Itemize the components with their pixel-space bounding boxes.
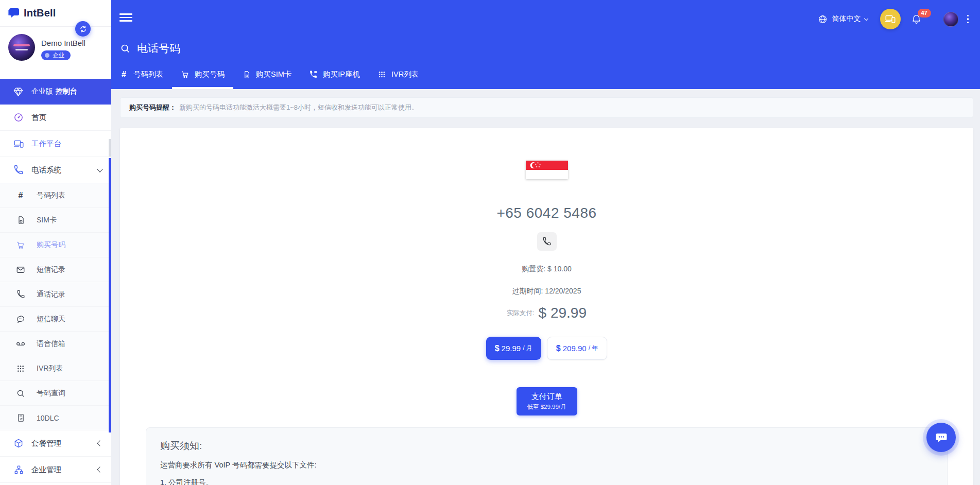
- sidebar-subitem-ivr-list[interactable]: IVR列表: [0, 356, 111, 381]
- sidebar-item-workspace[interactable]: 工作平台: [0, 131, 111, 157]
- actual-pay-label: 实际支付:: [507, 309, 534, 318]
- sidebar-subitem-buy-number[interactable]: 购买号码: [0, 233, 111, 257]
- tab-buy-ip-phone[interactable]: 购买IP座机: [300, 70, 369, 89]
- chevron-left-icon: [97, 440, 102, 446]
- phone-system-icon: [13, 164, 24, 176]
- envelope-icon: [16, 265, 25, 274]
- cart-icon: [16, 240, 25, 250]
- price-option-yearly[interactable]: $ 209.90 / 年: [547, 337, 607, 360]
- alert-text: 新购买的号码电话功能激活大概需要1~8小时，短信收和发送功能可以正常使用。: [179, 103, 418, 112]
- purchase-fee-label: 购置费:: [522, 265, 545, 273]
- notifications-button[interactable]: 47: [911, 14, 922, 25]
- logo: IntBell: [0, 0, 111, 27]
- actual-payment: 实际支付: $ 29.99: [507, 305, 587, 321]
- language-selector[interactable]: 简体中文: [832, 14, 861, 24]
- logo-text: IntBell: [24, 7, 56, 19]
- tab-ivr-list[interactable]: IVR列表: [369, 70, 427, 89]
- sidebar: IntBell Demo IntBell 企业 企业版控制台: [0, 0, 111, 485]
- profile-card: Demo IntBell 企业: [0, 27, 111, 79]
- notification-count-badge: 47: [918, 9, 931, 18]
- voicemail-icon: [16, 339, 25, 349]
- chevron-down-icon: [97, 166, 102, 172]
- hash-icon: #: [119, 70, 128, 79]
- sim-card-icon: [16, 216, 25, 225]
- sidebar-subitem-number-lookup[interactable]: 号码查询: [0, 381, 111, 406]
- package-icon: [13, 438, 24, 449]
- sidebar-subitem-10dlc[interactable]: 10DLC: [0, 406, 111, 430]
- sidebar-subitem-call-records[interactable]: 通话记录: [0, 282, 111, 307]
- top-header: 简体中文 47: [111, 0, 980, 89]
- pay-order-button[interactable]: 支付订单 低至 $29.99/月: [517, 387, 577, 415]
- singapore-flag: [526, 161, 568, 179]
- notice-line: 1. 公司注册号。: [160, 478, 933, 485]
- sidebar-item-label: 套餐管理: [31, 439, 61, 448]
- actual-pay-value: $ 29.99: [539, 305, 587, 321]
- main-area: 简体中文 47: [111, 0, 980, 485]
- tab-buy-sim[interactable]: 购买SIM卡: [233, 70, 300, 89]
- console-label: 企业版控制台: [31, 87, 77, 96]
- avatar[interactable]: [8, 34, 35, 61]
- purchase-fee: 购置费: $ 10.00: [522, 265, 572, 274]
- sidebar-item-label: 首页: [31, 113, 46, 123]
- sidebar-item-home[interactable]: 首页: [0, 105, 111, 131]
- org-chart-icon: [13, 464, 24, 475]
- sidebar-item-enterprise-management[interactable]: 企业管理: [0, 457, 111, 483]
- call-button[interactable]: [537, 232, 557, 251]
- sidebar-subitem-voicemail[interactable]: 语音信箱: [0, 332, 111, 356]
- sidebar-menu: 企业版控制台 首页 工作平台 电话系统: [0, 79, 111, 483]
- menu-toggle-button[interactable]: [119, 13, 132, 22]
- logo-icon: [7, 7, 20, 20]
- purchase-alert: 购买号码提醒： 新购买的号码电话功能激活大概需要1~8小时，短信收和发送功能可以…: [120, 97, 973, 118]
- scrollbar-thumb[interactable]: [109, 158, 111, 432]
- price-option-monthly[interactable]: $ 29.99 / 月: [486, 337, 541, 360]
- devices-icon: [885, 13, 896, 25]
- expire-label: 过期时间:: [512, 287, 543, 295]
- chevron-left-icon: [97, 466, 102, 472]
- phone-icon: [542, 237, 552, 246]
- badge-dot-icon: [45, 53, 49, 58]
- chat-bubble-icon: [16, 315, 25, 324]
- search-icon: [16, 389, 25, 398]
- sidebar-item-enterprise-console[interactable]: 企业版控制台: [0, 79, 111, 105]
- cart-icon: [181, 70, 190, 79]
- scrollbar-track[interactable]: [109, 139, 111, 157]
- sidebar-item-plan-management[interactable]: 套餐管理: [0, 430, 111, 457]
- caret-down-icon[interactable]: [864, 16, 868, 20]
- tab-buy-number[interactable]: 购买号码: [172, 70, 233, 89]
- grid-dots-icon: [377, 70, 386, 79]
- topbar-actions: 简体中文 47: [818, 8, 969, 30]
- notice-line: 运营商要求所有 VoIP 号码都需要提交以下文件:: [160, 460, 933, 470]
- refresh-button[interactable]: [75, 21, 91, 37]
- enterprise-badge: 企业: [41, 50, 71, 60]
- globe-icon[interactable]: [818, 14, 828, 24]
- tab-bar: # 号码列表 购买号码 购买SIM卡: [111, 70, 427, 89]
- page-search[interactable]: 电话号码: [120, 41, 180, 56]
- workspace-devices-icon: [13, 138, 24, 149]
- expire-value: 12/20/2025: [545, 287, 581, 295]
- sidebar-subitem-sms-chat[interactable]: 短信聊天: [0, 307, 111, 332]
- sidebar-item-label: 工作平台: [31, 139, 61, 149]
- alert-title: 购买号码提醒：: [129, 103, 176, 112]
- search-icon: [120, 43, 130, 54]
- sidebar-item-phone-system[interactable]: 电话系统: [0, 157, 111, 183]
- profile-name: Demo IntBell: [41, 39, 85, 47]
- price-options: $ 29.99 / 月 $ 209.90 / 年: [486, 337, 608, 360]
- purchase-notice: 购买须知: 运营商要求所有 VoIP 号码都需要提交以下文件: 1. 公司注册号…: [146, 427, 948, 485]
- expire-time: 过期时间: 12/20/2025: [512, 287, 581, 296]
- grid-dots-icon: [16, 364, 25, 373]
- sidebar-subitem-sim[interactable]: SIM卡: [0, 208, 111, 233]
- more-options-button[interactable]: [967, 15, 969, 24]
- devices-button[interactable]: [880, 9, 901, 29]
- sim-card-icon: [242, 70, 251, 79]
- sidebar-subitem-number-list[interactable]: # 号码列表: [0, 183, 111, 208]
- diamond-icon: [12, 86, 24, 97]
- chat-bubble-icon: [935, 431, 948, 444]
- sidebar-subitem-sms-records[interactable]: 短信记录: [0, 257, 111, 282]
- sidebar-item-label: 电话系统: [31, 165, 61, 175]
- user-avatar[interactable]: [943, 12, 958, 27]
- live-chat-button[interactable]: [926, 423, 956, 452]
- dashboard-icon: [13, 112, 24, 123]
- phone-icon: [16, 290, 25, 299]
- tab-number-list[interactable]: # 号码列表: [111, 70, 172, 89]
- document-check-icon: [16, 413, 25, 423]
